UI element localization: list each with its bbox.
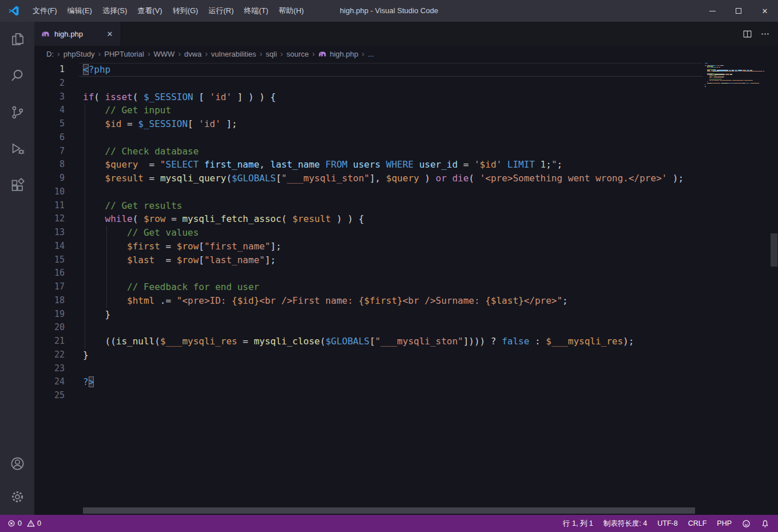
breadcrumb-item[interactable]: sqli	[265, 50, 278, 58]
code-token: );	[667, 173, 684, 184]
breadcrumb-item[interactable]: ...	[367, 50, 375, 58]
eol-button[interactable]: CRLF	[685, 515, 710, 532]
more-actions-icon[interactable]	[760, 29, 770, 39]
code-line-4[interactable]: 4 // Get input	[34, 104, 702, 117]
line-number[interactable]: 16	[34, 267, 65, 280]
menu-item-5[interactable]: 运行(R)	[203, 0, 239, 22]
code-line-12[interactable]: 12 while( $row = mysqli_fetch_assoc( $re…	[34, 212, 702, 226]
menu-item-2[interactable]: 选择(S)	[97, 0, 132, 22]
accounts-icon	[10, 456, 25, 471]
line-number[interactable]: 10	[34, 185, 65, 199]
menu-item-1[interactable]: 编辑(E)	[62, 0, 97, 22]
minimap-line	[729, 83, 733, 84]
close-button[interactable]: ✕	[752, 0, 778, 22]
code-line-7[interactable]: 7 // Check database	[34, 145, 702, 158]
line-number[interactable]: 1	[34, 63, 65, 77]
code-line-18[interactable]: 18 $html .= "<pre>ID: {$id}<br />First n…	[34, 294, 702, 308]
code-line-25[interactable]: 25	[34, 389, 702, 403]
line-number[interactable]: 8	[34, 158, 65, 172]
menu-item-4[interactable]: 转到(G)	[168, 0, 204, 22]
line-number[interactable]: 24	[34, 375, 65, 389]
line-number[interactable]: 2	[34, 77, 65, 90]
line-number[interactable]: 13	[34, 226, 65, 240]
line-number[interactable]: 9	[34, 172, 65, 185]
menu-item-7[interactable]: 帮助(H)	[273, 0, 309, 22]
activity-search-button[interactable]	[0, 61, 34, 90]
tab-high-php[interactable]: high.php ✕	[34, 22, 121, 46]
line-number[interactable]: 3	[34, 90, 65, 104]
activity-explorer-button[interactable]	[0, 24, 34, 54]
split-editor-icon[interactable]	[743, 29, 752, 39]
code-line-1[interactable]: 1<?php	[34, 63, 702, 77]
breadcrumb-item[interactable]: dvwa	[184, 50, 202, 58]
line-number[interactable]: 6	[34, 131, 65, 145]
breadcrumb-item[interactable]: source	[286, 50, 309, 58]
line-number[interactable]: 21	[34, 335, 65, 348]
code-line-9[interactable]: 9 $result = mysqli_query($GLOBALS["___my…	[34, 172, 702, 185]
vertical-scrollbar[interactable]	[770, 62, 778, 515]
minimize-button[interactable]	[699, 0, 725, 22]
breadcrumb-item[interactable]: WWW	[153, 50, 176, 58]
breadcrumb-item[interactable]: D:	[46, 50, 54, 58]
activity-accounts-button[interactable]	[0, 448, 34, 478]
code-line-23[interactable]: 23	[34, 362, 702, 376]
code-line-17[interactable]: 17 // Feedback for end user	[34, 280, 702, 294]
activity-extensions-button[interactable]	[0, 170, 34, 200]
line-number[interactable]: 23	[34, 362, 65, 376]
code-line-15[interactable]: 15 $last = $row["last_name"];	[34, 253, 702, 267]
code-line-13[interactable]: 13 // Get values	[34, 226, 702, 240]
menu-item-3[interactable]: 查看(V)	[132, 0, 167, 22]
activity-run-debug-button[interactable]	[0, 134, 34, 164]
code-token: (	[320, 336, 326, 347]
code-line-5[interactable]: 5 $id = $_SESSION[ 'id' ];	[34, 117, 702, 131]
breadcrumb-item[interactable]: PHPTutorial	[104, 50, 145, 58]
activity-source-control-button[interactable]	[0, 97, 34, 127]
line-number[interactable]: 7	[34, 145, 65, 158]
feedback-button[interactable]	[739, 515, 753, 532]
line-number[interactable]: 17	[34, 280, 65, 294]
breadcrumb-item[interactable]: phpStudy	[63, 50, 96, 58]
code-line-22[interactable]: 22}	[34, 348, 702, 362]
maximize-button[interactable]	[725, 0, 752, 22]
line-number[interactable]: 14	[34, 240, 65, 253]
line-number[interactable]: 15	[34, 253, 65, 267]
line-number[interactable]: 25	[34, 389, 65, 403]
code-line-21[interactable]: 21 ((is_null($___mysqli_res = mysqli_clo…	[34, 335, 702, 348]
activity-settings-button[interactable]	[0, 482, 34, 511]
problems-button[interactable]: 0 0	[5, 515, 44, 532]
breadcrumb-separator-icon: ›	[257, 49, 265, 58]
code-line-16[interactable]: 16	[34, 267, 702, 280]
window-controls: ✕	[699, 0, 778, 22]
vertical-scrollbar-slider[interactable]	[771, 233, 777, 267]
code-line-19[interactable]: 19 }	[34, 308, 702, 321]
notifications-button[interactable]	[758, 515, 772, 532]
code-line-20[interactable]: 20	[34, 321, 702, 335]
line-number[interactable]: 5	[34, 117, 65, 131]
code-line-2[interactable]: 2	[34, 77, 702, 90]
code-line-6[interactable]: 6	[34, 131, 702, 145]
line-number[interactable]: 12	[34, 212, 65, 226]
code-line-11[interactable]: 11 // Get results	[34, 199, 702, 213]
menu-item-6[interactable]: 终端(T)	[239, 0, 273, 22]
breadcrumb-item[interactable]: high.php	[317, 49, 359, 58]
code-line-10[interactable]: 10	[34, 185, 702, 199]
code-line-24[interactable]: 24?>	[34, 375, 702, 389]
line-number[interactable]: 11	[34, 199, 65, 213]
tab-close-button[interactable]: ✕	[105, 30, 115, 38]
language-mode-button[interactable]: PHP	[714, 515, 735, 532]
tab-size-button[interactable]: 制表符长度: 4	[601, 515, 650, 532]
code-line-3[interactable]: 3if( isset( $_SESSION [ 'id' ] ) ) {	[34, 90, 702, 104]
breadcrumb-item[interactable]: vulnerabilities	[211, 50, 257, 58]
menu-item-0[interactable]: 文件(F)	[27, 0, 62, 22]
line-number[interactable]: 19	[34, 308, 65, 321]
line-number[interactable]: 18	[34, 294, 65, 308]
horizontal-scrollbar[interactable]	[83, 507, 695, 514]
minimap[interactable]	[705, 63, 770, 515]
code-line-8[interactable]: 8 $query = "SELECT first_name, last_name…	[34, 158, 702, 172]
line-number[interactable]: 22	[34, 348, 65, 362]
line-number[interactable]: 20	[34, 321, 65, 335]
line-number[interactable]: 4	[34, 104, 65, 117]
cursor-position-button[interactable]: 行 1, 列 1	[560, 515, 596, 532]
code-line-14[interactable]: 14 $first = $row["first_name"];	[34, 240, 702, 253]
encoding-button[interactable]: UTF-8	[654, 515, 680, 532]
